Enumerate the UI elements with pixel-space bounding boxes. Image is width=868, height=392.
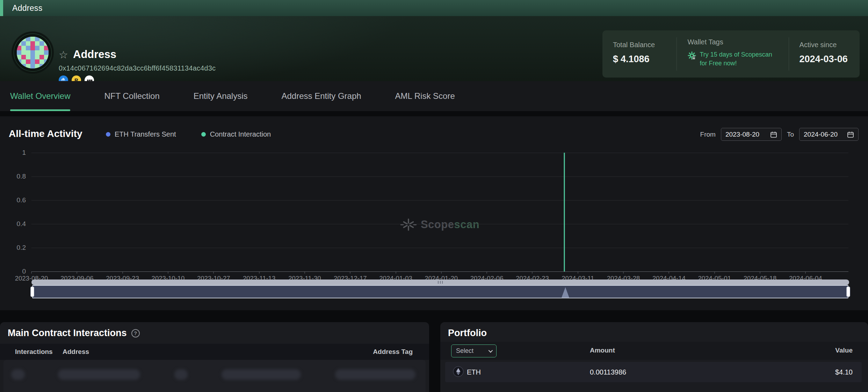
y-axis-label: 1 — [22, 149, 26, 157]
balance-number: 4.1086 — [621, 54, 650, 64]
scopescan-trial-link[interactable]: Try 15 days of Scopescan for Free now! — [700, 50, 779, 68]
address-hash[interactable]: 0x14c067162694c82da3cc6bff6f45831134ac4d… — [59, 64, 216, 72]
chevron-down-icon — [489, 348, 493, 353]
x-axis-tick — [214, 271, 214, 274]
wallet-tags-label: Wallet Tags — [687, 38, 788, 46]
portfolio-card: Portfolio Select Amount Value ETH 0.0011… — [440, 322, 868, 392]
y-axis-label: 0.2 — [17, 244, 26, 252]
total-balance-label: Total Balance — [613, 41, 677, 49]
asset-filter-select[interactable]: Select — [451, 344, 497, 357]
brush-selection[interactable] — [32, 285, 848, 298]
topbar: Address — [0, 0, 868, 16]
col-interactions: Interactions — [15, 348, 53, 356]
calendar-icon[interactable] — [847, 131, 854, 138]
x-axis-tick — [532, 271, 533, 274]
x-axis-tick — [31, 271, 32, 274]
skeleton-pill — [58, 369, 140, 380]
col-address-tag: Address Tag — [373, 348, 413, 356]
stats-panel: Total Balance $4.1086 Wallet Tags Try 15… — [602, 30, 860, 78]
tab-nft-collection[interactable]: NFT Collection — [104, 81, 159, 111]
active-since-label: Active since — [800, 41, 860, 49]
x-axis-tick — [441, 271, 441, 274]
tab-address-entity-graph[interactable]: Address Entity Graph — [282, 81, 361, 111]
contracts-table-header: Interactions Address Address Tag — [0, 344, 429, 360]
avatar — [17, 37, 49, 68]
legend-eth-transfers[interactable]: ETH Transfers Sent — [106, 130, 176, 138]
select-label: Select — [456, 347, 473, 355]
from-date-value: 2023-08-20 — [725, 131, 759, 138]
from-label: From — [700, 131, 716, 138]
tab-wallet-overview[interactable]: Wallet Overview — [10, 81, 70, 111]
to-label: To — [787, 131, 794, 138]
portfolio-row: ETH 0.00113986 $4.10 — [445, 362, 862, 382]
date-range-controls: From 2023-08-20 To 2024-06-20 — [700, 128, 859, 141]
legend-dot — [106, 132, 110, 137]
gridline — [31, 271, 848, 272]
contracts-title-row: Main Contract Interactions ? — [8, 328, 140, 339]
scopescan-watermark: Scopescan — [400, 217, 479, 233]
wallet-tags-promo: Try 15 days of Scopescan for Free now! — [687, 50, 779, 68]
x-axis-tick — [669, 271, 669, 274]
y-axis-label: 0 — [22, 268, 26, 275]
col-amount: Amount — [590, 347, 615, 354]
address-header: ☆ Address 0x14c067162694c82da3cc6bff6f45… — [0, 16, 868, 81]
identicon-image — [17, 37, 49, 68]
scrollbar-grip-icon[interactable] — [438, 281, 443, 284]
brush-handle-right[interactable] — [846, 286, 850, 297]
legend-dot — [201, 132, 206, 137]
asset-name: ETH — [467, 368, 481, 376]
to-date-value: 2024-06-20 — [804, 131, 838, 138]
x-axis-tick — [396, 271, 396, 274]
address-title: Address — [73, 48, 116, 61]
brush-handle-left[interactable] — [30, 286, 34, 297]
to-date-input[interactable]: 2024-06-20 — [799, 128, 859, 141]
x-axis-tick — [122, 271, 123, 274]
x-axis-tick — [487, 271, 487, 274]
tab-bar: Wallet Overview NFT Collection Entity An… — [0, 81, 868, 111]
gridline — [31, 248, 848, 248]
activity-plot: Scopescan 00.20.40.60.812023-08-202023-0… — [31, 153, 848, 271]
x-axis-tick — [259, 271, 259, 274]
x-axis-tick — [77, 271, 77, 274]
brush-scrollbar[interactable] — [31, 280, 849, 285]
active-since-stat: Active since 2024-03-06 — [789, 30, 860, 78]
legend-label: Contract Interaction — [210, 130, 271, 138]
wallet-tags-stat: Wallet Tags Try 15 days of Scopescan for… — [677, 30, 788, 78]
total-balance-stat: Total Balance $4.1086 — [602, 30, 677, 78]
x-axis-tick — [304, 271, 305, 274]
chart-legend: ETH Transfers Sent Contract Interaction — [106, 130, 271, 138]
contracts-card: Main Contract Interactions ? Interaction… — [0, 322, 429, 392]
asset-value: $4.10 — [835, 368, 853, 376]
brush-data-marker — [562, 287, 569, 298]
from-date-input[interactable]: 2023-08-20 — [721, 128, 782, 141]
tab-aml-risk-score[interactable]: AML Risk Score — [395, 81, 455, 111]
currency-symbol: $ — [613, 54, 618, 64]
x-axis-tick — [350, 271, 350, 274]
active-since-value: 2024-03-06 — [800, 54, 860, 65]
gridline — [31, 176, 848, 177]
legend-contract-interaction[interactable]: Contract Interaction — [201, 130, 271, 138]
page-title: Address — [12, 3, 42, 13]
calendar-icon[interactable] — [770, 131, 777, 138]
y-axis-label: 0.4 — [17, 220, 26, 228]
portfolio-title-row: Portfolio — [448, 328, 487, 339]
x-axis-tick — [623, 271, 624, 274]
x-axis-tick — [760, 271, 760, 274]
contracts-title: Main Contract Interactions — [8, 328, 127, 339]
x-axis-tick — [714, 271, 715, 274]
skeleton-pill — [11, 369, 25, 380]
x-axis-tick — [578, 271, 578, 274]
gear-lock-icon — [687, 51, 696, 68]
legend-label: ETH Transfers Sent — [115, 130, 176, 138]
total-balance-value: $4.1086 — [613, 54, 677, 65]
help-icon[interactable]: ? — [131, 329, 140, 337]
portfolio-title: Portfolio — [448, 328, 487, 339]
tab-entity-analysis[interactable]: Entity Analysis — [194, 81, 248, 111]
favorite-star-icon[interactable]: ☆ — [59, 50, 68, 60]
x-axis-tick — [168, 271, 168, 274]
scopescan-wordmark: Scopescan — [421, 218, 479, 231]
skeleton-pill — [222, 369, 301, 380]
col-value: Value — [835, 347, 853, 354]
eth-icon — [453, 366, 464, 378]
activity-card: All-time Activity ETH Transfers Sent Con… — [0, 116, 868, 310]
